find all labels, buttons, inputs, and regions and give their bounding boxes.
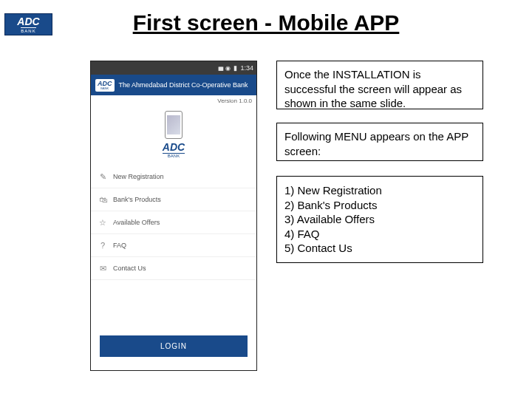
phone-mockup: 1:34 ADC BANK The Ahmedabad District Co-… [90,61,257,371]
menu-label: Available Offers [113,219,160,226]
signal-icon [218,64,222,72]
header-logo: ADC BANK [95,79,115,92]
list-item: 4) FAQ [284,227,475,242]
menu-list: ✎ New Registration 🛍 Bank's Products ☆ A… [91,166,256,322]
page-title: First screen - Mobile APP [81,10,451,35]
menu-label: New Registration [113,173,164,180]
menu-item-contact-us[interactable]: ✉ Contact Us [91,257,256,280]
menu-item-available-offers[interactable]: ☆ Available Offers [91,211,256,234]
status-bar: 1:34 [91,61,256,75]
logo-text: ADC [17,16,39,27]
hero-area: ADC BANK [91,106,256,166]
info-box-3: 1) New Registration 2) Bank's Products 3… [276,176,483,263]
battery-icon [233,64,237,72]
logo-sub: BANK [21,27,35,33]
menu-label: Contact Us [113,265,146,272]
hero-logo: ADC BANK [163,142,185,158]
edit-icon: ✎ [98,172,107,181]
menu-item-banks-products[interactable]: 🛍 Bank's Products [91,188,256,211]
version-label: Version 1.0.0 [91,95,256,106]
wifi-icon [225,64,231,72]
info-box-2: Following MENU appears on the APP screen… [276,123,483,161]
app-header: ADC BANK The Ahmedabad District Co-Opera… [91,75,256,95]
menu-item-faq[interactable]: ? FAQ [91,234,256,257]
header-bank-name: The Ahmedabad District Co-Operative Bank [119,81,248,89]
menu-label: Bank's Products [113,196,161,203]
login-button[interactable]: LOGIN [100,335,248,357]
menu-item-new-registration[interactable]: ✎ New Registration [91,166,256,188]
question-icon: ? [98,241,107,250]
mail-icon: ✉ [98,264,107,273]
phone-icon [165,111,183,139]
list-item: 5) Contact Us [284,241,475,256]
menu-label: FAQ [113,242,126,249]
status-time: 1:34 [240,64,253,72]
list-item: 1) New Registration [284,183,475,198]
list-item: 3) Available Offers [284,212,475,227]
adc-bank-logo: ADC BANK [4,13,52,35]
list-item: 2) Bank's Products [284,198,475,213]
info-box-1: Once the INSTALLATION is successful the … [276,61,483,109]
star-icon: ☆ [98,218,107,227]
products-icon: 🛍 [98,195,107,204]
